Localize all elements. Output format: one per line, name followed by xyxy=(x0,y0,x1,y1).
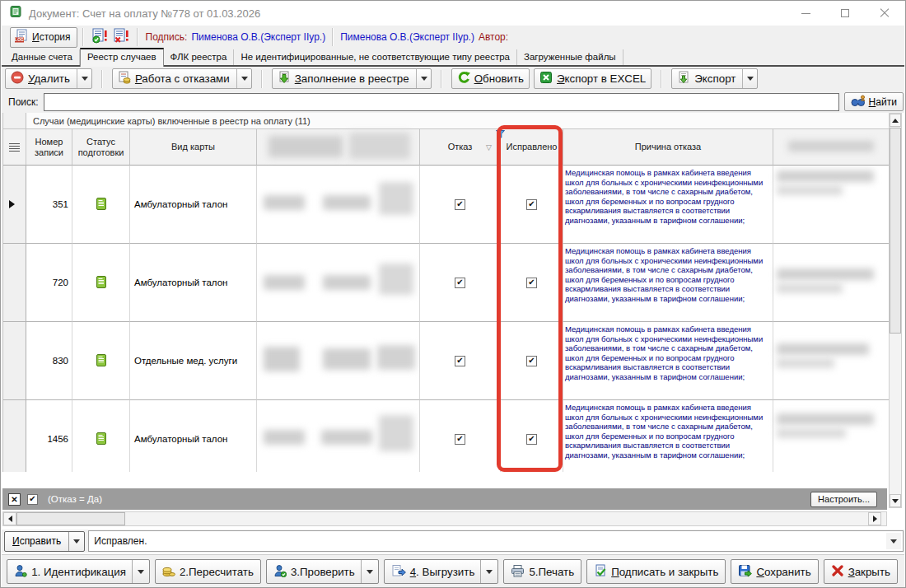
tab-case-registry[interactable]: Реестр случаев xyxy=(80,48,164,67)
verify-button[interactable]: 3.Проверить xyxy=(266,559,379,584)
person-icon xyxy=(14,564,27,580)
horizontal-scrollbar[interactable] xyxy=(2,511,887,526)
fill-registry-dropdown[interactable] xyxy=(416,69,427,88)
rejected-checkbox[interactable] xyxy=(455,199,465,210)
chevron-down-icon xyxy=(890,539,897,544)
recalculate-button[interactable]: 2.Пересчитать xyxy=(155,559,261,584)
column-header-redacted[interactable] xyxy=(773,129,889,166)
column-header-number[interactable]: Номер записи xyxy=(26,129,72,166)
delete-label: Удалить xyxy=(28,72,70,85)
refresh-button[interactable]: Обновить xyxy=(451,68,530,89)
row-selector-cell[interactable] xyxy=(3,400,26,472)
vertical-scrollbar-thumb[interactable] xyxy=(890,128,901,334)
column-header-reason[interactable]: Причина отказа xyxy=(563,129,773,166)
export-excel-button[interactable]: Экспорт в EXCEL xyxy=(534,68,651,89)
coins-icon xyxy=(162,564,175,580)
corrected-checkbox[interactable] xyxy=(526,278,537,288)
column-header-card-type[interactable]: Вид карты xyxy=(130,129,257,166)
fill-in-registry-label: Заполнение в реестре xyxy=(295,72,409,85)
maximize-button[interactable] xyxy=(825,1,865,26)
configure-filter-button[interactable]: Настроить... xyxy=(810,492,877,507)
export-label: Экспорт xyxy=(694,72,736,85)
tab-invoice-data[interactable]: Данные счета xyxy=(5,49,80,65)
unsign-document-button[interactable] xyxy=(110,27,132,48)
tab-uploaded-files[interactable]: Загруженные файлы xyxy=(517,49,623,65)
export-dropdown[interactable] xyxy=(742,69,754,88)
close-button[interactable]: Закрыть xyxy=(824,559,898,584)
active-filter-funnel-icon[interactable] xyxy=(496,130,505,141)
row-selector-header[interactable] xyxy=(3,129,26,166)
author-name[interactable]: Пименова О.В.(Эксперт IIур.) xyxy=(340,31,474,43)
export-button[interactable]: Экспорт xyxy=(671,68,758,89)
corrected-checkbox[interactable] xyxy=(526,199,537,210)
find-button[interactable]: Найти xyxy=(844,92,904,111)
corrected-checkbox[interactable] xyxy=(526,356,537,366)
filter-marker-icon[interactable]: ▽ xyxy=(486,142,492,153)
clear-filter-button[interactable]: ✕ xyxy=(8,493,21,506)
table-row[interactable]: 720 Амбулаторный талон Медицинская помощ… xyxy=(3,244,889,322)
history-button[interactable]: LOG История xyxy=(10,27,77,48)
print-button[interactable]: 5.Печать xyxy=(503,559,581,584)
rejections-dropdown[interactable] xyxy=(236,69,248,88)
search-row: Поиск: Найти xyxy=(2,91,904,113)
rejected-checkbox[interactable] xyxy=(455,434,465,445)
unload-button[interactable]: 4. Выгрузить xyxy=(384,559,499,584)
unload-dropdown[interactable] xyxy=(480,560,493,583)
sign-document-button[interactable] xyxy=(89,27,110,48)
title-bar: Документ: Счет на оплату №778 от 01.03.2… xyxy=(2,1,904,26)
redacted-cell xyxy=(773,244,889,322)
table-row[interactable]: 830 Отдельные мед. услуги Медицинская по… xyxy=(3,322,889,400)
row-selector-cell[interactable] xyxy=(3,322,26,400)
export-excel-label: Экспорт в EXCEL xyxy=(557,72,646,85)
correction-text-field[interactable]: Исправлен. xyxy=(88,530,904,552)
scroll-down-button[interactable] xyxy=(890,494,901,507)
scroll-up-button[interactable] xyxy=(890,114,901,127)
fill-in-registry-button[interactable]: Заполнение в реестре xyxy=(272,68,432,89)
vertical-scrollbar[interactable] xyxy=(889,113,902,508)
table-row[interactable]: 351 Амбулаторный талон Медицинская помощ… xyxy=(3,166,889,244)
signer-name[interactable]: Пименова О.В.(Эксперт IIур.) xyxy=(191,31,325,43)
horizontal-scrollbar-thumb[interactable] xyxy=(16,512,125,525)
separator xyxy=(137,28,138,46)
save-icon xyxy=(738,564,752,580)
rejected-checkbox[interactable] xyxy=(455,356,465,366)
minimize-button[interactable] xyxy=(786,1,825,26)
column-header-rejected[interactable]: Отказ ▽ xyxy=(420,129,501,166)
rejected-checkbox[interactable] xyxy=(455,278,465,288)
tab-not-identified[interactable]: Не идентифицированные, не соответствующи… xyxy=(234,49,517,65)
status-cell xyxy=(72,322,130,400)
work-with-rejections-button[interactable]: Работа с отказами xyxy=(112,68,252,89)
fill-registry-icon xyxy=(278,71,291,86)
tab-flk-registry[interactable]: ФЛК реестра xyxy=(164,49,235,65)
separator xyxy=(661,70,662,88)
sign-and-close-button[interactable]: Подписать и закрыть xyxy=(586,559,726,584)
save-button[interactable]: Сохранить xyxy=(731,559,818,584)
delete-dropdown[interactable] xyxy=(77,69,88,88)
filter-enabled-checkbox[interactable] xyxy=(27,494,38,505)
correction-dropdown[interactable] xyxy=(886,533,901,549)
table-row[interactable]: 1456 Амбулаторный талон Медицинская помо… xyxy=(3,400,889,472)
delete-button[interactable]: Удалить xyxy=(5,68,92,89)
identification-dropdown[interactable] xyxy=(132,560,144,583)
column-header-corrected[interactable]: Исправлено xyxy=(501,129,563,166)
identification-button[interactable]: 1. Идентификация xyxy=(7,559,150,584)
print-label: 5.Печать xyxy=(529,566,574,578)
row-selector-cell[interactable] xyxy=(3,244,26,322)
filter-bar: ✕ (Отказ = Да) Настроить... xyxy=(2,488,887,510)
scroll-left-button[interactable] xyxy=(3,512,16,525)
export-icon xyxy=(677,71,690,86)
fix-button[interactable]: Исправить xyxy=(4,531,85,552)
fix-dropdown[interactable] xyxy=(68,532,84,551)
scroll-right-button[interactable] xyxy=(868,512,881,525)
close-window-button[interactable] xyxy=(865,1,904,26)
search-input[interactable] xyxy=(44,93,839,111)
red-x-icon xyxy=(831,564,844,580)
corrected-checkbox[interactable] xyxy=(526,434,537,445)
row-selector-cell[interactable] xyxy=(3,166,26,244)
verify-dropdown[interactable] xyxy=(361,560,373,583)
column-header-redacted[interactable] xyxy=(257,129,420,166)
rejection-reason-cell: Медицинская помощь в рамках кабинета вве… xyxy=(563,166,773,244)
column-header-status[interactable]: Статус подготовки xyxy=(72,129,130,166)
rejected-cell xyxy=(420,400,501,472)
card-type-cell: Амбулаторный талон xyxy=(130,166,257,244)
